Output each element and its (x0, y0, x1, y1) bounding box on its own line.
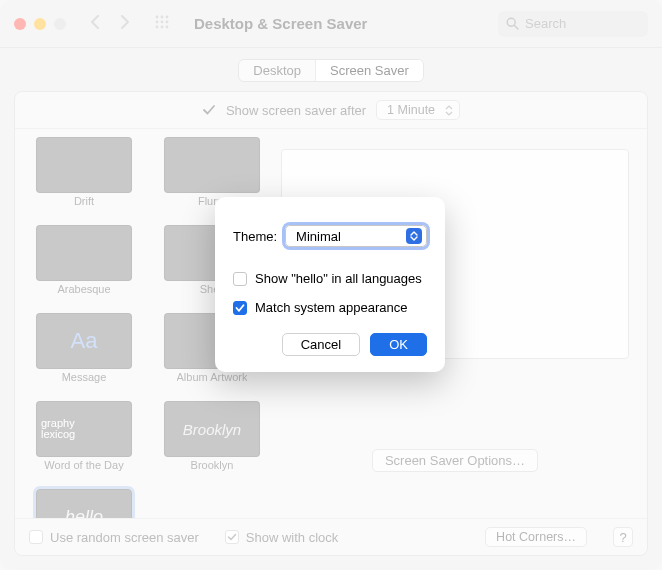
match-appearance-row[interactable]: Match system appearance (233, 300, 427, 315)
sheet-actions: Cancel OK (233, 333, 427, 356)
theme-row: Theme: Minimal (233, 225, 427, 247)
theme-select[interactable]: Minimal (285, 225, 427, 247)
checkbox-checked-icon (233, 301, 247, 315)
theme-label: Theme: (233, 229, 277, 244)
ok-button[interactable]: OK (370, 333, 427, 356)
cancel-button[interactable]: Cancel (282, 333, 360, 356)
theme-value: Minimal (296, 229, 341, 244)
match-appearance-label: Match system appearance (255, 300, 407, 315)
select-arrows-icon (406, 228, 422, 244)
options-sheet: Theme: Minimal Show "hello" in all langu… (215, 197, 445, 372)
all-languages-label: Show "hello" in all languages (255, 271, 422, 286)
checkbox-icon (233, 272, 247, 286)
all-languages-row[interactable]: Show "hello" in all languages (233, 271, 427, 286)
